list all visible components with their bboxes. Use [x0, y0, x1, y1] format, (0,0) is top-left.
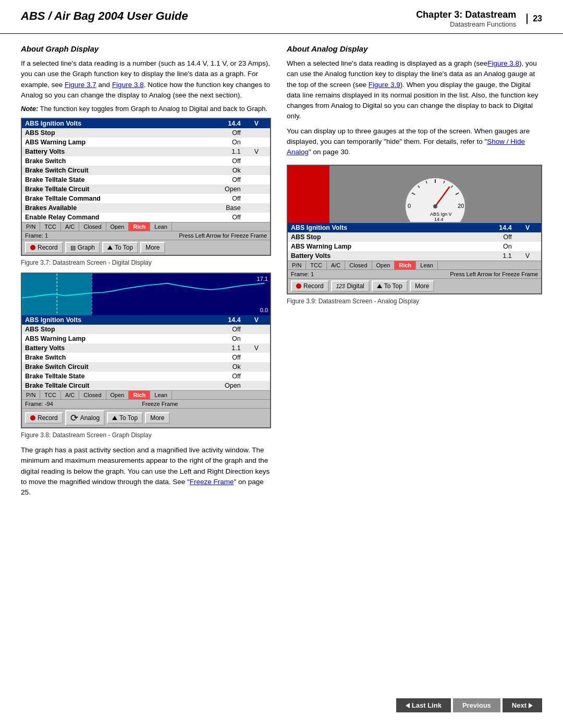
left-section-heading: About Graph Display: [21, 44, 271, 53]
table-row: Brake Telltale Command Off: [22, 194, 270, 203]
table-row: ABS Warning Lamp On: [288, 242, 541, 251]
left-column: About Graph Display If a selected line's…: [21, 44, 271, 502]
arrow-left-icon: [406, 703, 410, 708]
tab-rich[interactable]: Rich: [129, 223, 150, 231]
totop-label: To Top: [115, 244, 133, 251]
tab-tcc[interactable]: TCC: [40, 223, 61, 231]
tab-rich[interactable]: Rich: [395, 261, 416, 269]
table-row: Brake Telltale State Off: [22, 175, 270, 184]
next-label: Next: [512, 701, 527, 709]
record-button[interactable]: Record: [291, 280, 329, 292]
svg-text:20: 20: [458, 203, 464, 209]
digital-icon: 123: [336, 283, 345, 289]
record-button[interactable]: Record: [25, 242, 63, 253]
fig37-link[interactable]: Figure 3.7: [65, 81, 96, 89]
arrow-right-icon: [529, 703, 533, 708]
previous-button[interactable]: Previous: [453, 698, 500, 712]
tab-lean[interactable]: Lean: [416, 261, 437, 269]
fig39-frame-bar: Frame: 1 Press Left Arrow for Freeze Fra…: [288, 270, 541, 279]
record-label: Record: [38, 244, 58, 251]
graph-icon: ▤: [70, 244, 76, 251]
page-number: 23: [527, 14, 542, 23]
table-row: Enable Relay Command Off: [22, 213, 270, 222]
table-row: ABS Ignition Volts 14.4 V: [22, 119, 270, 128]
table-row: ABS Stop Off: [22, 325, 270, 334]
record-icon: [296, 283, 301, 289]
fig39-table: ABS Ignition Volts 14.4 V ABS Stop Off A…: [288, 223, 541, 261]
graph-button[interactable]: ▤ Graph: [65, 242, 100, 253]
gauge-svg: 0 20 ABS Ign V 14.4: [401, 167, 469, 222]
tab-ac[interactable]: A/C: [61, 391, 79, 399]
tab-lean[interactable]: Lean: [150, 391, 172, 399]
analog-icon: ⟳: [70, 412, 78, 424]
right-section-heading: About Analog Display: [287, 44, 542, 53]
left-para1: If a selected line's data reading is a n…: [21, 58, 271, 101]
note-text: Note: The function key toggles from Grap…: [21, 105, 271, 113]
tab-closed[interactable]: Closed: [345, 261, 372, 269]
fig38-frame-bar: Frame: -94 Freeze Frame: [22, 400, 270, 409]
tab-open[interactable]: Open: [372, 261, 395, 269]
svg-text:14.4: 14.4: [434, 217, 444, 222]
page-header: ABS / Air Bag 2004 User Guide Chapter 3:…: [0, 0, 563, 34]
tab-pn[interactable]: P/N: [288, 261, 306, 269]
tab-tcc[interactable]: TCC: [306, 261, 327, 269]
tab-open[interactable]: Open: [106, 223, 129, 231]
tab-lean[interactable]: Lean: [150, 223, 172, 231]
digital-label: Digital: [347, 282, 364, 290]
svg-text:0: 0: [408, 203, 411, 209]
fig38-caption: Figure 3.8: Datastream Screen - Graph Di…: [21, 431, 271, 439]
fig37-button-bar: Record ▤ Graph To Top More: [22, 240, 270, 255]
tab-tcc[interactable]: TCC: [40, 391, 61, 399]
totop-button[interactable]: To Top: [107, 412, 143, 424]
table-row: Battery Volts 1.1V: [288, 251, 541, 261]
digital-button[interactable]: 123 Digital: [331, 280, 370, 292]
right-column: About Analog Display When a selected lin…: [287, 44, 542, 502]
table-row: ABS Ignition Volts 14.4 V: [22, 315, 270, 325]
tab-closed[interactable]: Closed: [79, 223, 106, 231]
table-row: Battery Volts 1.1V: [22, 343, 270, 353]
fig38-button-bar: Record ⟳ Analog To Top More: [22, 409, 270, 427]
fig39-ref-link[interactable]: Figure 3.9: [369, 81, 400, 89]
page-title: ABS / Air Bag 2004 User Guide: [21, 9, 188, 23]
arrow-up-icon: [377, 284, 382, 288]
tab-pn[interactable]: P/N: [22, 223, 40, 231]
freeze-frame-link[interactable]: Freeze Frame: [190, 478, 234, 486]
analog-button[interactable]: ⟳ Analog: [65, 410, 105, 426]
graph-area: 17.1 0.0: [22, 274, 270, 315]
tab-ac[interactable]: A/C: [61, 223, 79, 231]
next-button[interactable]: Next: [503, 698, 542, 712]
table-row: Brake Telltale State Off: [22, 372, 270, 381]
more-button[interactable]: More: [410, 280, 434, 292]
last-link-label: Last Link: [412, 701, 442, 709]
tab-ac[interactable]: A/C: [327, 261, 345, 269]
fig38-tab-bar: P/N TCC A/C Closed Open Rich Lean: [22, 390, 270, 400]
table-row: Brake Switch Circuit Ok: [22, 362, 270, 372]
tab-closed[interactable]: Closed: [79, 391, 106, 399]
tab-pn[interactable]: P/N: [22, 391, 40, 399]
graph-max-value: 17.1: [257, 276, 268, 282]
record-button[interactable]: Record: [25, 412, 63, 424]
table-row: Brake Switch Off: [22, 353, 270, 362]
graph-label: Graph: [78, 244, 95, 251]
record-icon: [30, 245, 35, 250]
table-row: ABS Warning Lamp On: [22, 334, 270, 343]
more-button[interactable]: More: [145, 412, 169, 424]
fig37-frame-bar: Frame: 1 Press Left Arrow for Freeze Fra…: [22, 231, 270, 240]
record-label: Record: [303, 282, 324, 290]
header-chapter-block: Chapter 3: Datastream Datastream Functio…: [416, 9, 516, 28]
last-link-button[interactable]: Last Link: [396, 698, 451, 712]
totop-button[interactable]: To Top: [372, 280, 408, 292]
fig37-screen: ABS Ignition Volts 14.4 V ABS Stop Off A…: [21, 118, 271, 256]
svg-rect-3: [92, 274, 270, 315]
more-button[interactable]: More: [140, 242, 165, 253]
tab-open[interactable]: Open: [106, 391, 129, 399]
totop-label: To Top: [119, 414, 138, 422]
fig38-ref-link[interactable]: Figure 3.8: [487, 59, 519, 67]
previous-label: Previous: [462, 701, 491, 709]
fig38-link[interactable]: Figure 3.8: [112, 81, 144, 89]
more-label: More: [150, 414, 164, 422]
analog-red-panel: [288, 166, 329, 223]
table-row: Brake Telltale Circuit Open: [22, 381, 270, 390]
totop-button[interactable]: To Top: [102, 242, 138, 253]
tab-rich[interactable]: Rich: [129, 391, 150, 399]
